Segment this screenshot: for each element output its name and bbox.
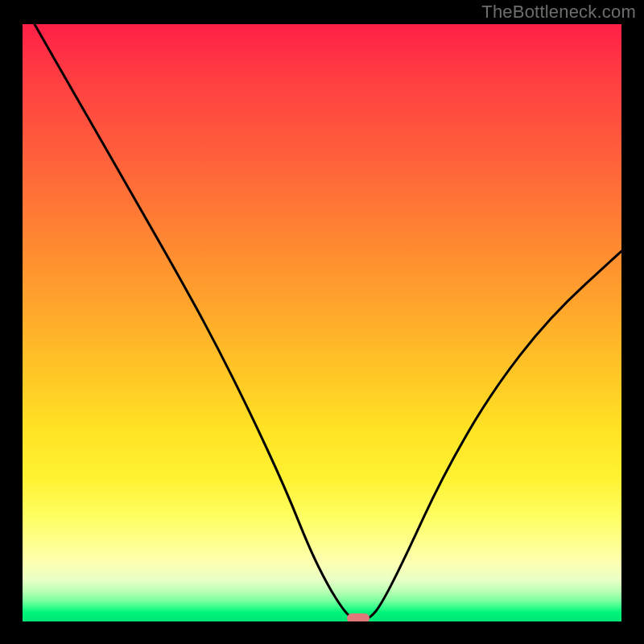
watermark-text: TheBottleneck.com	[481, 2, 636, 23]
plot-area	[23, 24, 621, 621]
chart-frame: TheBottleneck.com	[0, 0, 644, 644]
bottleneck-curve	[23, 24, 621, 621]
optimal-marker	[347, 613, 369, 621]
